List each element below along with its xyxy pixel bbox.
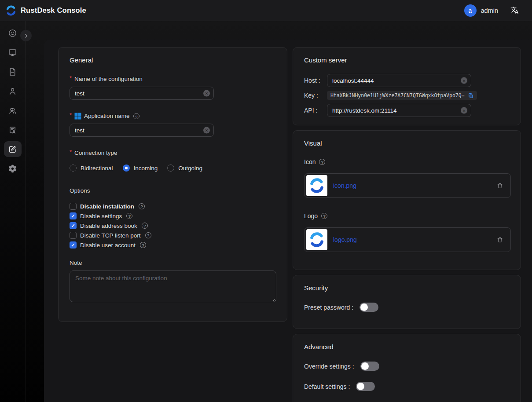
- checkbox-disable-address-book[interactable]: Disable address book: [70, 222, 276, 229]
- help-icon[interactable]: [139, 203, 145, 209]
- sidebar-expand-button[interactable]: [20, 30, 32, 41]
- security-card: Security Preset password :: [293, 275, 521, 329]
- advanced-title: Advanced: [304, 343, 510, 351]
- checkbox-disable-settings[interactable]: Disable settings: [70, 212, 276, 219]
- monitor-icon: [8, 48, 17, 57]
- preset-password-toggle[interactable]: [360, 303, 378, 312]
- delete-logo-button[interactable]: [496, 236, 503, 243]
- radio-outgoing[interactable]: Outgoing: [167, 164, 202, 172]
- checkbox-icon: [70, 203, 77, 210]
- content-panel: General * Name of the configuration *: [44, 40, 532, 402]
- required-asterisk: *: [70, 150, 72, 154]
- radio-icon: [123, 164, 130, 172]
- logo-file-row: logo.png: [304, 227, 511, 252]
- help-icon[interactable]: [321, 213, 327, 219]
- rustdesk-logo-icon: [5, 5, 17, 16]
- security-title: Security: [304, 284, 510, 292]
- custom-server-title: Custom server: [304, 56, 510, 64]
- logo-filename-link[interactable]: logo.png: [333, 236, 357, 243]
- server-key-value: HtaXBkJNHyn0e1U1jWXze7A7CN7QTGWqxkOtpaVp…: [327, 91, 477, 100]
- edit-icon: [8, 145, 17, 154]
- icon-thumbnail: [306, 175, 327, 196]
- clear-icon[interactable]: [461, 77, 467, 84]
- users-icon: [8, 106, 17, 115]
- app-title: RustDesk Console: [21, 6, 86, 15]
- windows-logo-icon: [74, 113, 81, 120]
- note-label: Note: [70, 259, 276, 267]
- advanced-card: Advanced Override settings : Default set…: [293, 334, 521, 402]
- chevron-right-icon: [23, 33, 29, 39]
- translate-icon[interactable]: [510, 6, 519, 15]
- gear-icon: [8, 164, 17, 173]
- copy-icon[interactable]: [468, 93, 473, 99]
- radio-bidirectional[interactable]: Bidirectional: [70, 164, 113, 172]
- checkbox-icon: [70, 232, 77, 239]
- application-name-input[interactable]: [70, 124, 214, 137]
- preset-password-label: Preset password :: [304, 304, 353, 311]
- config-name-label: * Name of the configuration: [70, 76, 276, 83]
- smiley-icon: [8, 29, 17, 38]
- connection-type-group: Bidirectional Incoming Outgoing: [70, 164, 276, 172]
- host-input[interactable]: [327, 74, 471, 87]
- brand[interactable]: RustDesk Console: [5, 5, 86, 16]
- sidebar-item-groups[interactable]: [4, 102, 22, 118]
- sidebar-item-custom-clients[interactable]: [4, 141, 22, 157]
- clear-icon[interactable]: [203, 127, 210, 134]
- api-input[interactable]: [327, 104, 471, 117]
- general-card-title: General: [70, 56, 276, 64]
- logo-thumbnail: [306, 229, 327, 250]
- host-label: Host :: [304, 77, 327, 84]
- clear-icon[interactable]: [461, 107, 467, 114]
- radio-incoming[interactable]: Incoming: [123, 164, 158, 172]
- help-icon[interactable]: [319, 159, 325, 165]
- options-label: Options: [70, 187, 276, 194]
- sidebar-item-logs[interactable]: [4, 64, 22, 80]
- override-settings-toggle[interactable]: [360, 362, 379, 371]
- sidebar-item-dashboard[interactable]: [4, 25, 22, 41]
- sidebar-item-settings[interactable]: [4, 161, 22, 176]
- icon-file-row: icon.png: [304, 173, 511, 198]
- user-icon: [8, 87, 17, 96]
- icon-label: Icon: [304, 158, 510, 165]
- api-label: API :: [304, 107, 327, 114]
- sidebar-item-devices[interactable]: [4, 44, 22, 60]
- default-settings-label: Default settings :: [304, 383, 350, 390]
- help-icon[interactable]: [126, 213, 132, 219]
- username: admin: [481, 7, 499, 14]
- delete-icon-button[interactable]: [496, 182, 503, 189]
- top-bar: RustDesk Console a admin: [0, 0, 532, 21]
- sidebar: [0, 21, 26, 402]
- general-card: General * Name of the configuration *: [58, 47, 287, 322]
- icon-filename-link[interactable]: icon.png: [333, 182, 356, 189]
- required-asterisk: *: [70, 113, 72, 117]
- connection-type-label: * Connection type: [70, 150, 276, 157]
- help-icon[interactable]: [142, 223, 148, 229]
- checkbox-disable-user-account[interactable]: Disable user account: [70, 241, 276, 249]
- visual-card: Visual Icon icon.png: [293, 130, 521, 270]
- checkbox-icon: [70, 241, 77, 249]
- help-icon[interactable]: [133, 113, 139, 119]
- options-group: Disable installation Disable settings Di…: [70, 203, 276, 249]
- checkbox-disable-tcp-listen-port[interactable]: Disable TCP listen port: [70, 232, 276, 239]
- help-icon[interactable]: [145, 232, 151, 238]
- visual-title: Visual: [304, 139, 510, 147]
- help-icon[interactable]: [140, 242, 146, 248]
- checkbox-disable-installation[interactable]: Disable installation: [70, 203, 276, 210]
- note-textarea[interactable]: [70, 270, 276, 302]
- user-menu[interactable]: a admin: [464, 4, 499, 17]
- clear-icon[interactable]: [203, 90, 210, 97]
- override-settings-label: Override settings :: [304, 363, 354, 370]
- default-settings-toggle[interactable]: [356, 382, 375, 391]
- sidebar-item-users[interactable]: [4, 83, 22, 99]
- logo-label: Logo: [304, 212, 510, 219]
- audit-log-icon: [8, 125, 17, 135]
- custom-server-card: Custom server Host : Key : HtaXBkJNHyn0e…: [293, 47, 521, 125]
- config-name-input[interactable]: [70, 87, 214, 100]
- sidebar-item-audit[interactable]: [4, 122, 22, 138]
- checkbox-icon: [70, 212, 77, 219]
- required-asterisk: *: [70, 76, 72, 80]
- key-label: Key :: [304, 92, 327, 99]
- document-icon: [8, 67, 17, 77]
- radio-icon: [70, 164, 77, 172]
- radio-icon: [167, 164, 174, 172]
